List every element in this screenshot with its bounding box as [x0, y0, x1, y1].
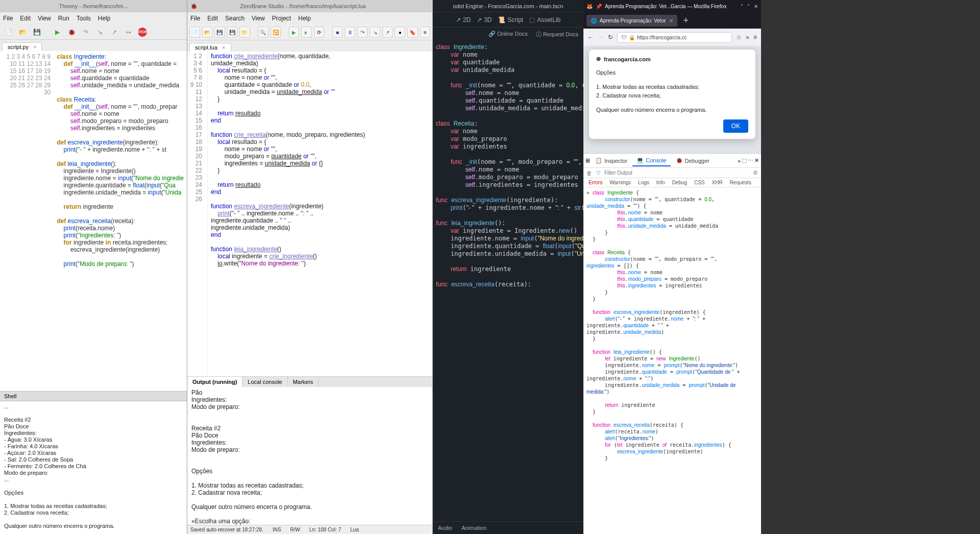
forward-icon[interactable]: → — [598, 34, 604, 41]
thonny-shell-tab[interactable]: Shell — [0, 391, 187, 401]
stepout-icon[interactable]: ↗ — [382, 27, 393, 38]
bookmark-icon[interactable]: 🔖 — [407, 27, 418, 38]
godot-code[interactable]: class Ingrediente: var nome var quantida… — [433, 41, 583, 521]
reload-icon[interactable]: ↻ — [608, 34, 613, 41]
bottom-animation[interactable]: Animation — [461, 525, 486, 531]
menu-file[interactable]: File — [190, 15, 200, 22]
sub-requests[interactable]: Requests — [727, 178, 754, 187]
menu-edit[interactable]: Edit — [20, 15, 31, 22]
project-icon[interactable]: 📁 — [239, 27, 250, 38]
stop-icon[interactable]: STOP — [138, 28, 147, 37]
output-tab-running[interactable]: Output (running) — [187, 377, 242, 387]
tab-inspector[interactable]: 📋 Inspector — [591, 155, 631, 166]
filter-input[interactable] — [604, 170, 749, 176]
close-icon[interactable]: × — [33, 44, 36, 50]
clear-icon[interactable]: 🗑 — [586, 170, 592, 176]
thonny-editor[interactable]: 1 2 3 4 5 6 7 8 9 10 11 12 13 14 15 16 1… — [0, 51, 187, 391]
break-icon[interactable]: ⏸ — [345, 27, 355, 38]
zerobrane-output[interactable]: Pão Ingredientes: Modo de preparo: Recei… — [187, 387, 432, 525]
zerobrane-editor[interactable]: 1 2 3 4 5 6 7 8 9 10 11 12 13 14 15 16 1… — [187, 52, 432, 376]
sub-css[interactable]: CSS — [691, 178, 708, 187]
zerobrane-code[interactable]: function crie_ingrediente(nome, quantida… — [208, 52, 432, 376]
menu-help[interactable]: Help — [298, 15, 311, 22]
new-tab-button[interactable]: + — [680, 15, 692, 26]
file-tab-script-py[interactable]: script.py × — [2, 42, 42, 51]
menu-tools[interactable]: Tools — [77, 15, 91, 22]
bottom-audio[interactable]: Audio — [438, 525, 452, 531]
find-icon[interactable]: 🔍 — [258, 27, 268, 38]
maximize-icon[interactable]: ▢ — [418, 4, 422, 9]
menu-edit[interactable]: Edit — [207, 15, 218, 22]
devtools-pick-icon[interactable]: ⊞ — [585, 157, 590, 164]
sub-xhr[interactable]: XHR — [709, 178, 726, 187]
sub-warnings[interactable]: Warnings — [606, 178, 634, 187]
resume-icon[interactable]: ↦ — [124, 27, 134, 37]
sub-logs[interactable]: Logs — [635, 178, 652, 187]
compile-icon[interactable]: ⟳ — [314, 27, 325, 38]
thonny-code[interactable]: class Ingrediente: def __init__(self, no… — [54, 51, 187, 391]
close-icon[interactable]: ✕ — [754, 4, 758, 9]
menu-file[interactable]: File — [3, 15, 13, 22]
devtools-close-icon[interactable]: ✕ — [754, 157, 759, 164]
devtools-overflow-icon[interactable]: » — [738, 158, 741, 164]
zerobrane-menubar[interactable]: File Edit Search View Project Help — [187, 12, 432, 25]
step-out-icon[interactable]: ↗ — [109, 27, 119, 37]
menu-project[interactable]: Project — [272, 15, 291, 22]
run-icon[interactable]: ▶ — [52, 27, 62, 37]
stepover-icon[interactable]: ↷ — [357, 27, 368, 38]
request-docs-link[interactable]: ⓘ Request Docs — [536, 31, 578, 38]
tab-console[interactable]: 💻 Console — [632, 155, 670, 166]
browser-tab[interactable]: 🌐 Aprenda Programação: Vetor ✕ — [586, 15, 677, 27]
menu-run[interactable]: Run — [58, 15, 69, 22]
menu-view[interactable]: View — [252, 15, 265, 22]
menu-search[interactable]: Search — [225, 15, 244, 22]
url-bar[interactable]: 🛡 🔒 https://francogarcia.cc — [617, 32, 732, 43]
mode-2d[interactable]: ↗ 2D — [456, 16, 471, 23]
save-icon[interactable]: 💾 — [214, 27, 225, 38]
run-icon[interactable]: ▶ — [289, 27, 300, 38]
maximize-icon[interactable]: ˄ — [747, 4, 750, 9]
thonny-shell[interactable]: ... Receita #2 Pão Doce Ingredientes: - … — [0, 401, 187, 534]
new-icon[interactable]: 📄 — [189, 27, 200, 38]
mode-3d[interactable]: ↗ 3D — [477, 16, 492, 23]
run2-icon[interactable]: ⏵ — [301, 27, 312, 38]
open-icon[interactable]: 📂 — [202, 27, 213, 38]
minimize-icon[interactable]: — — [408, 4, 413, 9]
minimize-icon[interactable]: ˅ — [741, 4, 743, 9]
tab-close-icon[interactable]: ✕ — [669, 18, 673, 23]
saveall-icon[interactable]: 💾 — [227, 27, 238, 38]
close-icon[interactable]: ✕ — [426, 4, 430, 9]
debug-icon[interactable]: 🐞 — [66, 27, 77, 37]
replace-icon[interactable]: 🔁 — [271, 27, 281, 38]
output-tab-local[interactable]: Local console — [242, 377, 287, 387]
thonny-menubar[interactable]: File Edit View Run Tools Help — [0, 12, 187, 25]
mode-assetlib[interactable]: ⬚ AssetLib — [529, 16, 560, 23]
stop-icon[interactable]: ■ — [332, 27, 343, 38]
settings-icon[interactable]: ⚙ — [753, 169, 758, 176]
tab-debugger[interactable]: 🐞 Debugger — [672, 155, 714, 166]
step-over-icon[interactable]: ↷ — [81, 27, 91, 37]
output-tab-markers[interactable]: Markers — [288, 377, 319, 387]
close-icon[interactable]: × — [222, 44, 225, 51]
bookmark-icon[interactable]: ☆ — [736, 34, 742, 41]
stack-icon[interactable]: ≡ — [420, 27, 431, 38]
mode-script[interactable]: 📜 Script — [498, 16, 523, 23]
menu-help[interactable]: Help — [98, 15, 111, 22]
file-tab-script-lua[interactable]: script.lua × — [189, 43, 231, 52]
step-into-icon[interactable]: ↘ — [95, 27, 105, 37]
sub-errors[interactable]: Errors — [585, 178, 605, 187]
online-docs-link[interactable]: 🔗 Online Docs — [488, 31, 528, 38]
new-file-icon[interactable]: 📄 — [3, 27, 13, 37]
sub-debug[interactable]: Debug — [669, 178, 690, 187]
save-icon[interactable]: 💾 — [32, 27, 42, 37]
devtools-dock-icon[interactable]: ⬚ — [742, 157, 747, 164]
dialog-ok-button[interactable]: OK — [723, 119, 748, 133]
devtools-more-icon[interactable]: ⋯ — [748, 157, 753, 164]
overflow-icon[interactable]: » — [746, 34, 749, 41]
sub-info[interactable]: Info — [653, 178, 668, 187]
back-icon[interactable]: ← — [587, 34, 594, 41]
breakpoint-icon[interactable]: ● — [395, 27, 405, 38]
devtools-console[interactable]: » class Ingrediente { constructor(nome =… — [583, 187, 761, 534]
open-file-icon[interactable]: 📂 — [17, 27, 28, 37]
menu-view[interactable]: View — [38, 15, 51, 22]
